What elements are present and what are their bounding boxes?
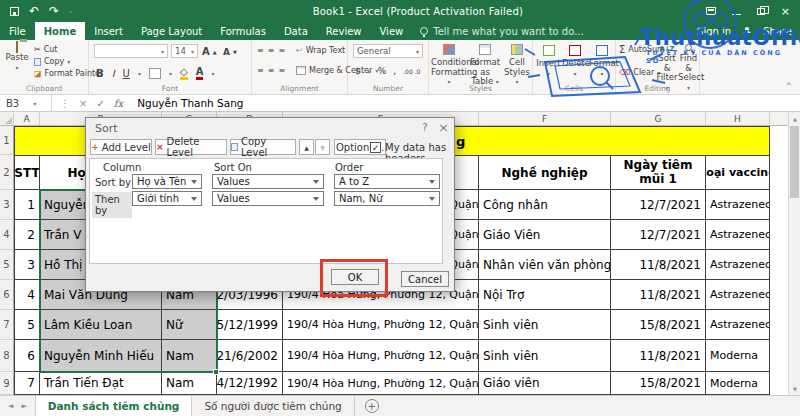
fill-handle[interactable] (213, 369, 219, 375)
row-number[interactable]: 1 (0, 126, 14, 155)
conditional-formatting-button[interactable]: ConditionalFormatting ▾ (431, 44, 467, 87)
col-header-a[interactable]: A (14, 112, 40, 125)
cell-a8[interactable]: 6 (14, 340, 40, 372)
halign-buttons[interactable]: ≡≡≡ (257, 66, 285, 75)
comma-button[interactable]: , (393, 66, 396, 76)
vertical-scrollbar[interactable]: ▲ ▼ (788, 112, 800, 395)
then-by-column-combobox[interactable]: Giới tính (132, 191, 202, 206)
vertical-scroll-thumb[interactable] (790, 126, 799, 198)
col-header-g[interactable]: G (611, 112, 706, 125)
dialog-close-icon[interactable]: × (438, 120, 449, 135)
dialog-help-icon[interactable]: ? (422, 121, 428, 134)
underline-button[interactable]: U (123, 68, 130, 79)
format-as-table-button[interactable]: Format asTable ▾ (469, 44, 501, 87)
scroll-down-icon[interactable]: ▼ (789, 382, 800, 395)
sort-by-order-combobox[interactable]: A to Z (334, 174, 440, 189)
cell-d8[interactable]: 21/6/2002 (217, 340, 283, 372)
cell-g8[interactable]: 11/8/2021 (611, 340, 706, 372)
tab-review[interactable]: Review (317, 22, 371, 40)
share-button[interactable]: Share (763, 26, 792, 37)
row-number[interactable]: 4 (0, 220, 14, 250)
cell-d9[interactable]: 14/12/1992 (217, 372, 283, 395)
tab-insert[interactable]: Insert (85, 22, 132, 40)
delete-cells-button[interactable]: Delete▾ (562, 45, 588, 78)
cell-a6[interactable]: 4 (14, 280, 40, 310)
clear-button[interactable]: ⌫ Clear▾ (619, 68, 660, 77)
cell-e9[interactable]: 190/4 Hòa Hưng, Phường 12, Quận 10 (283, 372, 479, 395)
sort-by-column-combobox[interactable]: Họ và Tên (132, 174, 202, 189)
cut-button[interactable]: ✂ Cut (34, 45, 58, 54)
insert-cells-button[interactable]: Insert▾ (536, 45, 561, 78)
cell-g4[interactable]: 12/7/2021 (611, 220, 706, 250)
cell-g6[interactable]: 11/8/2021 (611, 280, 706, 310)
number-format-combobox[interactable]: General▾ (353, 44, 423, 58)
cell-h3[interactable]: Astrazeneca (706, 190, 770, 220)
formula-enter-icon[interactable]: ✓ (96, 98, 104, 109)
cell-f4[interactable]: Giáo Viên (479, 220, 611, 250)
cell-e8[interactable]: 190/4 Hòa Hưng, Phường 12, Quận 10 (283, 340, 479, 372)
add-level-button[interactable]: + Add Level (90, 139, 152, 155)
copy-button[interactable]: Copy▾ (34, 57, 70, 66)
cell-h6[interactable]: Astrazeneca (706, 280, 770, 310)
cell-styles-button[interactable]: CellStyles ▾ (503, 44, 531, 87)
font-name-combobox[interactable]: ▾ (94, 44, 168, 58)
qat-customize-icon[interactable]: ▾ (69, 8, 72, 15)
grow-font-button[interactable]: A▲ (202, 46, 217, 57)
my-data-has-headers-checkbox[interactable]: ✓ (370, 142, 381, 153)
row-number[interactable]: 6 (0, 280, 14, 310)
sign-in-link[interactable]: Sign in (697, 26, 731, 37)
tab-page-layout[interactable]: Page Layout (132, 22, 211, 40)
tell-me-box[interactable]: Tell me what you want to do... (412, 22, 591, 40)
cell-b9[interactable]: Trần Tiến Đạt (40, 372, 162, 395)
cell-a7[interactable]: 5 (14, 310, 40, 340)
cell-h5[interactable]: Astrazeneca (706, 250, 770, 280)
cell-a4[interactable]: 2 (14, 220, 40, 250)
fill-color-icon[interactable]: ◇ (180, 66, 188, 80)
insert-function-icon[interactable]: fx (114, 98, 123, 109)
header-cell-occupation[interactable]: Nghề nghiệp (479, 155, 611, 190)
cell-f7[interactable]: Sinh viên (479, 310, 611, 340)
cell-g9[interactable]: 15/8/2021 (611, 372, 706, 395)
formula-content[interactable]: Nguyễn Thanh Sang (131, 97, 243, 109)
italic-button[interactable]: I (112, 68, 115, 79)
valign-buttons[interactable]: ≡≡≡ (257, 46, 285, 55)
move-down-button[interactable]: ▼ (315, 139, 330, 155)
row-number[interactable]: 9 (0, 372, 14, 395)
cell-g5[interactable]: 11/8/2021 (611, 250, 706, 280)
row-number[interactable]: 7 (0, 310, 14, 340)
borders-icon[interactable] (149, 68, 161, 79)
decimal-buttons[interactable]: .00 .0 (403, 68, 420, 75)
new-sheet-icon[interactable]: + (365, 399, 379, 413)
copy-level-button[interactable]: Copy Level (230, 139, 296, 155)
cell-h7[interactable]: Astrazeneca (706, 310, 770, 340)
tab-data[interactable]: Data (275, 22, 317, 40)
row-number[interactable]: 8 (0, 340, 14, 372)
header-cell-dose1-date[interactable]: Ngày tiêm mũi 1 (611, 155, 706, 190)
format-cells-button[interactable]: Format▾ (589, 45, 615, 78)
sheet-tab-danh-sach[interactable]: Danh sách tiêm chủng (35, 396, 193, 416)
save-icon[interactable] (10, 7, 19, 16)
tab-file[interactable]: File (0, 22, 35, 40)
percent-button[interactable]: % (378, 66, 387, 76)
name-box-dropdown-icon[interactable]: ▾ (33, 100, 36, 107)
then-by-sort-on-combobox[interactable]: Values (212, 191, 324, 206)
collapse-ribbon-icon[interactable]: ^ (785, 82, 792, 91)
cell-h4[interactable]: Astrazeneca (706, 220, 770, 250)
cell-e7[interactable]: 190/4 Hòa Hưng, Phường 12, Quận 10 (283, 310, 479, 340)
cell-f6[interactable]: Nội Trợ (479, 280, 611, 310)
cell-c9[interactable]: Nam (162, 372, 217, 395)
row-number[interactable]: 5 (0, 250, 14, 280)
wrap-text-button[interactable]: ↩ Wrap Text (296, 46, 345, 55)
row-number[interactable]: 2 (0, 155, 14, 190)
then-by-order-combobox[interactable]: Nam, Nữ (334, 191, 440, 206)
font-size-combobox[interactable]: 14▾ (171, 44, 198, 58)
tab-home[interactable]: Home (35, 22, 85, 40)
header-cell-stt[interactable]: STT (14, 155, 40, 190)
minimize-icon[interactable] (732, 14, 741, 15)
shrink-font-button[interactable]: A▼ (223, 47, 237, 57)
scroll-up-icon[interactable]: ▲ (789, 112, 800, 125)
cell-d7[interactable]: 25/12/1999 (217, 310, 283, 340)
ribbon-display-options-icon[interactable] (706, 7, 716, 15)
name-box[interactable]: B3 ▾ (0, 95, 52, 111)
cancel-button[interactable]: Cancel (401, 271, 449, 287)
